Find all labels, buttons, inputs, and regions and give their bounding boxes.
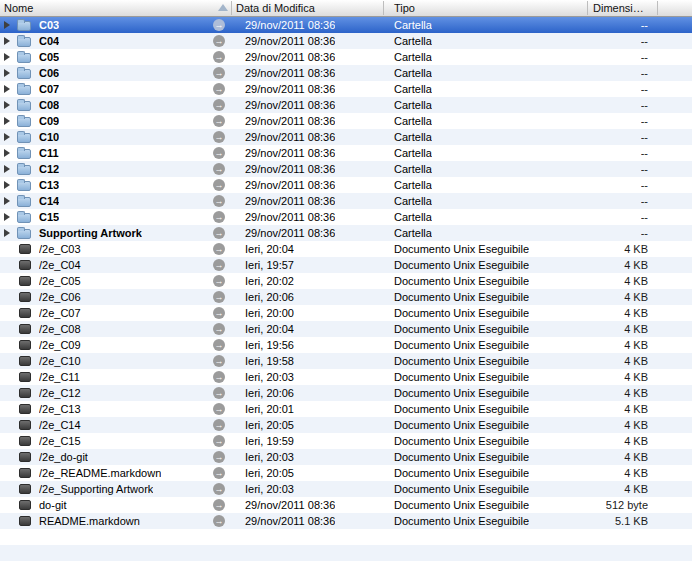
table-row[interactable]: /2e_C10 Ieri, 19:58 Documento Unix Esegu… <box>0 353 692 369</box>
table-row[interactable]: C09 29/nov/2011 08:36 Cartella -- <box>0 113 692 129</box>
disclosure-triangle-icon[interactable] <box>4 213 10 221</box>
disclosure-triangle-icon[interactable] <box>4 149 10 157</box>
jump-arrow-icon[interactable] <box>213 195 225 207</box>
table-row[interactable]: /2e_C11 Ieri, 20:03 Documento Unix Esegu… <box>0 369 692 385</box>
column-separator[interactable] <box>657 1 658 15</box>
table-row[interactable]: /2e_C09 Ieri, 19:56 Documento Unix Esegu… <box>0 337 692 353</box>
jump-arrow-icon[interactable] <box>213 323 225 335</box>
disclosure-triangle-icon[interactable] <box>4 85 10 93</box>
table-row[interactable]: /2e_Supporting Artwork Ieri, 20:03 Docum… <box>0 481 692 497</box>
table-row[interactable]: /2e_README.markdown Ieri, 20:05 Document… <box>0 465 692 481</box>
table-row[interactable]: C05 29/nov/2011 08:36 Cartella -- <box>0 49 692 65</box>
jump-arrow-icon[interactable] <box>213 83 225 95</box>
jump-arrow-icon[interactable] <box>213 131 225 143</box>
item-date: Ieri, 19:59 <box>245 433 294 449</box>
jump-arrow-icon[interactable] <box>213 371 225 383</box>
column-separator[interactable] <box>587 1 588 15</box>
jump-arrow-icon[interactable] <box>213 339 225 351</box>
jump-arrow-icon[interactable] <box>213 227 225 239</box>
jump-arrow-icon[interactable] <box>213 483 225 495</box>
table-row[interactable]: /2e_C08 Ieri, 20:04 Documento Unix Esegu… <box>0 321 692 337</box>
table-row[interactable]: C04 29/nov/2011 08:36 Cartella -- <box>0 33 692 49</box>
jump-arrow-icon[interactable] <box>213 211 225 223</box>
table-row[interactable]: /2e_C04 Ieri, 19:57 Documento Unix Esegu… <box>0 257 692 273</box>
jump-arrow-icon[interactable] <box>213 499 225 511</box>
item-date: Ieri, 20:01 <box>245 401 294 417</box>
jump-arrow-icon[interactable] <box>213 355 225 367</box>
jump-arrow-icon[interactable] <box>213 243 225 255</box>
jump-arrow-icon[interactable] <box>213 515 225 527</box>
table-row[interactable]: C03 29/nov/2011 08:36 Cartella -- <box>0 17 692 33</box>
column-separator[interactable] <box>231 1 232 15</box>
jump-arrow-icon[interactable] <box>213 275 225 287</box>
column-header-dimensioni[interactable]: Dimensi… <box>593 0 644 16</box>
item-type: Documento Unix Eseguibile <box>394 465 529 481</box>
table-row[interactable]: C12 29/nov/2011 08:36 Cartella -- <box>0 161 692 177</box>
jump-arrow-icon[interactable] <box>213 163 225 175</box>
disclosure-triangle-icon[interactable] <box>4 69 10 77</box>
jump-arrow-icon[interactable] <box>213 51 225 63</box>
item-size: -- <box>641 49 648 65</box>
item-size: 4 KB <box>624 369 648 385</box>
table-row[interactable]: C08 29/nov/2011 08:36 Cartella -- <box>0 97 692 113</box>
jump-arrow-icon[interactable] <box>213 19 225 31</box>
table-row[interactable]: /2e_C13 Ieri, 20:01 Documento Unix Esegu… <box>0 401 692 417</box>
table-row[interactable]: do-git 29/nov/2011 08:36 Documento Unix … <box>0 497 692 513</box>
table-row[interactable]: /2e_C07 Ieri, 20:00 Documento Unix Esegu… <box>0 305 692 321</box>
item-name: /2e_C03 <box>39 241 81 257</box>
jump-arrow-icon[interactable] <box>213 67 225 79</box>
table-row[interactable]: /2e_C15 Ieri, 19:59 Documento Unix Esegu… <box>0 433 692 449</box>
table-row[interactable]: /2e_do-git Ieri, 20:03 Documento Unix Es… <box>0 449 692 465</box>
item-type: Documento Unix Eseguibile <box>394 513 529 529</box>
item-date: 29/nov/2011 08:36 <box>245 113 335 129</box>
item-size: 4 KB <box>624 257 648 273</box>
table-row[interactable]: C14 29/nov/2011 08:36 Cartella -- <box>0 193 692 209</box>
jump-arrow-icon[interactable] <box>213 419 225 431</box>
disclosure-triangle-icon[interactable] <box>4 133 10 141</box>
item-name: C13 <box>39 177 59 193</box>
jump-arrow-icon[interactable] <box>213 259 225 271</box>
disclosure-triangle-icon[interactable] <box>4 53 10 61</box>
table-row[interactable]: Supporting Artwork 29/nov/2011 08:36 Car… <box>0 225 692 241</box>
table-row[interactable]: C11 29/nov/2011 08:36 Cartella -- <box>0 145 692 161</box>
table-row[interactable]: C07 29/nov/2011 08:36 Cartella -- <box>0 81 692 97</box>
table-row[interactable]: /2e_C12 Ieri, 20:06 Documento Unix Esegu… <box>0 385 692 401</box>
disclosure-triangle-icon[interactable] <box>4 197 10 205</box>
disclosure-triangle-icon[interactable] <box>4 21 10 29</box>
table-row[interactable]: C15 29/nov/2011 08:36 Cartella -- <box>0 209 692 225</box>
column-header-data-di-modifica[interactable]: Data di Modifica <box>236 0 315 16</box>
table-row[interactable]: /2e_C03 Ieri, 20:04 Documento Unix Esegu… <box>0 241 692 257</box>
disclosure-triangle-icon[interactable] <box>4 229 10 237</box>
table-row[interactable]: README.markdown 29/nov/2011 08:36 Docume… <box>0 513 692 529</box>
column-header-nome[interactable]: Nome <box>4 0 33 16</box>
folder-icon <box>17 53 31 63</box>
table-row[interactable]: C06 29/nov/2011 08:36 Cartella -- <box>0 65 692 81</box>
jump-arrow-icon[interactable] <box>213 387 225 399</box>
table-row[interactable]: /2e_C14 Ieri, 20:05 Documento Unix Esegu… <box>0 417 692 433</box>
jump-arrow-icon[interactable] <box>213 35 225 47</box>
table-row[interactable]: /2e_C06 Ieri, 20:06 Documento Unix Esegu… <box>0 289 692 305</box>
disclosure-triangle-icon[interactable] <box>4 117 10 125</box>
jump-arrow-icon[interactable] <box>213 291 225 303</box>
jump-arrow-icon[interactable] <box>213 99 225 111</box>
disclosure-triangle-icon[interactable] <box>4 181 10 189</box>
jump-arrow-icon[interactable] <box>213 435 225 447</box>
column-header-tipo[interactable]: Tipo <box>394 0 415 16</box>
disclosure-triangle-icon[interactable] <box>4 101 10 109</box>
disclosure-triangle-icon[interactable] <box>4 165 10 173</box>
column-separator[interactable] <box>383 1 384 15</box>
jump-arrow-icon[interactable] <box>213 115 225 127</box>
jump-arrow-icon[interactable] <box>213 451 225 463</box>
table-row[interactable]: C10 29/nov/2011 08:36 Cartella -- <box>0 129 692 145</box>
jump-arrow-icon[interactable] <box>213 403 225 415</box>
jump-arrow-icon[interactable] <box>213 467 225 479</box>
item-name: /2e_C15 <box>39 433 81 449</box>
disclosure-triangle-icon[interactable] <box>4 37 10 45</box>
executable-file-icon <box>19 420 31 430</box>
jump-arrow-icon[interactable] <box>213 179 225 191</box>
table-row[interactable]: /2e_C05 Ieri, 20:02 Documento Unix Esegu… <box>0 273 692 289</box>
item-name: C05 <box>39 49 59 65</box>
jump-arrow-icon[interactable] <box>213 307 225 319</box>
table-row[interactable]: C13 29/nov/2011 08:36 Cartella -- <box>0 177 692 193</box>
jump-arrow-icon[interactable] <box>213 147 225 159</box>
